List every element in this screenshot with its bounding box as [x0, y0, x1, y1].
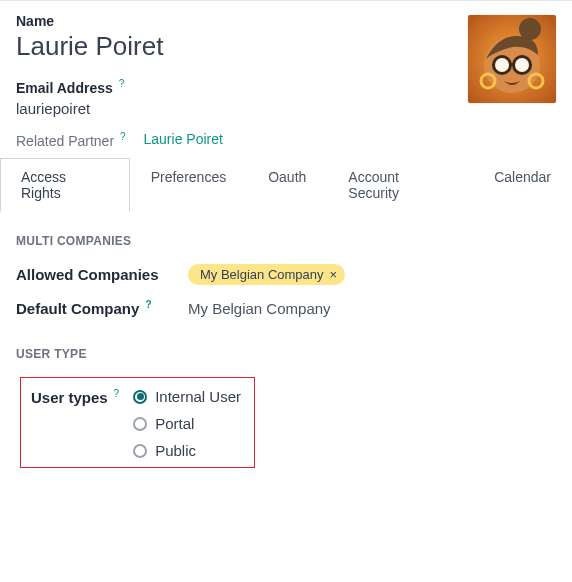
allowed-companies-field: Allowed Companies My Belgian Company × [16, 264, 556, 285]
section-title-multi-companies: MULTI COMPANIES [16, 234, 556, 248]
allowed-companies-label: Allowed Companies [16, 266, 176, 283]
radio-portal[interactable]: Portal [133, 415, 241, 432]
help-icon[interactable]: ? [120, 131, 126, 142]
company-tag[interactable]: My Belgian Company × [188, 264, 345, 285]
help-icon[interactable]: ? [114, 388, 120, 399]
default-company-value[interactable]: My Belgian Company [188, 300, 331, 317]
radio-button-icon [133, 444, 147, 458]
tab-account-security[interactable]: Account Security [327, 158, 473, 212]
related-partner-field: Related Partner ? Laurie Poiret [16, 131, 556, 149]
svg-point-5 [495, 58, 509, 72]
tab-calendar[interactable]: Calendar [473, 158, 572, 212]
user-types-radio-group: Internal User Portal Public [133, 388, 241, 459]
radio-public[interactable]: Public [133, 442, 241, 459]
svg-point-6 [515, 58, 529, 72]
user-types-highlight: User types ? Internal User Portal Public [20, 377, 255, 468]
help-icon[interactable]: ? [146, 299, 152, 310]
section-title-user-type: USER TYPE [16, 347, 556, 361]
svg-rect-7 [510, 63, 514, 66]
company-tag-label: My Belgian Company [200, 267, 324, 282]
radio-internal-user[interactable]: Internal User [133, 388, 241, 405]
related-partner-label: Related Partner [16, 132, 114, 148]
related-partner-link[interactable]: Laurie Poiret [144, 131, 223, 147]
radio-button-icon [133, 390, 147, 404]
radio-button-icon [133, 417, 147, 431]
multi-companies-section: MULTI COMPANIES Allowed Companies My Bel… [0, 212, 572, 337]
radio-label: Internal User [155, 388, 241, 405]
user-types-label: User types [31, 389, 108, 406]
remove-tag-icon[interactable]: × [330, 267, 338, 282]
user-form: Name Laurie Poiret Email Address ? lauri… [0, 0, 572, 212]
user-type-section: USER TYPE User types ? Internal User Por… [0, 337, 572, 484]
radio-label: Portal [155, 415, 194, 432]
tab-bar: Access Rights Preferences Oauth Account … [0, 158, 572, 212]
email-label: Email Address [16, 80, 113, 96]
avatar[interactable] [468, 15, 556, 103]
default-company-label: Default Company ? [16, 299, 176, 317]
default-company-field: Default Company ? My Belgian Company [16, 299, 556, 317]
radio-label: Public [155, 442, 196, 459]
help-icon[interactable]: ? [119, 78, 125, 89]
tab-access-rights[interactable]: Access Rights [0, 158, 130, 212]
tab-preferences[interactable]: Preferences [130, 158, 247, 212]
tab-oauth[interactable]: Oauth [247, 158, 327, 212]
